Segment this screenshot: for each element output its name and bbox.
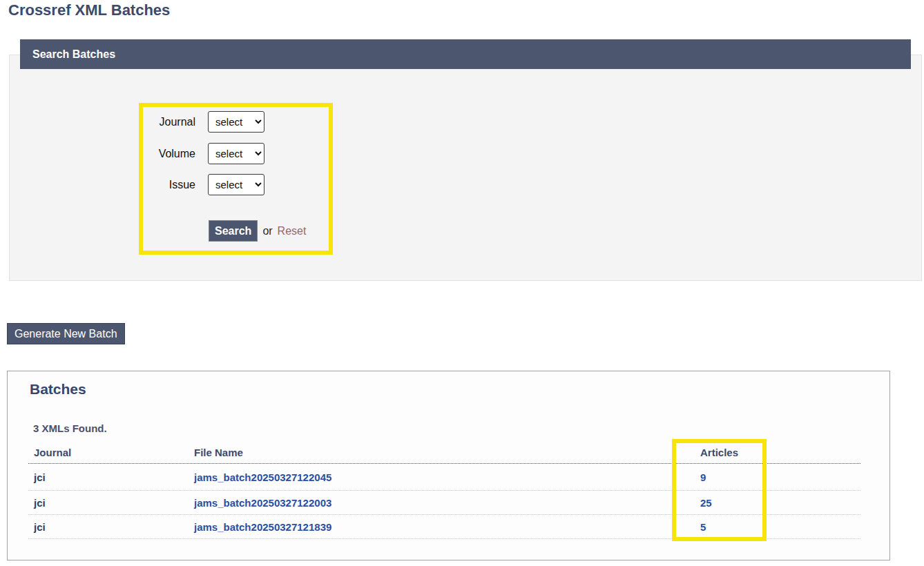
journal-cell: jci bbox=[34, 521, 46, 533]
volume-select[interactable]: select bbox=[208, 143, 264, 164]
search-button[interactable]: Search bbox=[209, 220, 258, 242]
search-batches-header-label: Search Batches bbox=[32, 48, 115, 60]
volume-field-row: Volume select bbox=[124, 143, 264, 164]
or-text: or bbox=[262, 225, 272, 237]
column-header-articles: Articles bbox=[700, 447, 738, 458]
batch-file-link[interactable]: jams_batch20250327122045 bbox=[194, 471, 331, 483]
xml-count-text: 3 XMLs Found. bbox=[33, 422, 107, 434]
articles-count-cell: 5 bbox=[700, 521, 706, 533]
issue-field-row: Issue select bbox=[124, 174, 264, 195]
journal-cell: jci bbox=[34, 497, 46, 509]
table-row: jci jams_batch20250327122003 25 bbox=[28, 491, 860, 515]
issue-label: Issue bbox=[124, 179, 195, 191]
batch-file-link[interactable]: jams_batch20250327122003 bbox=[194, 497, 331, 509]
batch-file-link[interactable]: jams_batch20250327121839 bbox=[194, 521, 331, 533]
search-batches-header: Search Batches bbox=[20, 39, 911, 69]
table-header-row: Journal File Name Articles bbox=[28, 445, 860, 464]
journal-label: Journal bbox=[124, 116, 195, 128]
batches-table: Journal File Name Articles jci jams_batc… bbox=[28, 445, 860, 539]
table-row: jci jams_batch20250327122045 9 bbox=[28, 464, 860, 491]
batches-panel: Batches 3 XMLs Found. Journal File Name … bbox=[7, 371, 890, 560]
column-header-file-name: File Name bbox=[194, 447, 243, 458]
batches-title: Batches bbox=[30, 381, 86, 398]
column-header-journal: Journal bbox=[34, 447, 71, 458]
issue-select[interactable]: select bbox=[208, 174, 264, 195]
search-batches-panel bbox=[9, 55, 922, 281]
reset-link[interactable]: Reset bbox=[278, 225, 307, 237]
journal-select[interactable]: select bbox=[208, 111, 264, 133]
journal-cell: jci bbox=[34, 471, 46, 483]
articles-count-cell: 9 bbox=[700, 471, 706, 483]
table-row: jci jams_batch20250327121839 5 bbox=[28, 515, 860, 539]
page-title: Crossref XML Batches bbox=[8, 1, 170, 19]
journal-field-row: Journal select bbox=[124, 111, 264, 133]
articles-count-cell: 25 bbox=[700, 497, 712, 509]
generate-new-batch-button[interactable]: Generate New Batch bbox=[7, 323, 125, 344]
volume-label: Volume bbox=[124, 148, 195, 160]
search-buttons-row: Search or Reset bbox=[209, 220, 306, 242]
crossref-xml-batches-page: Crossref XML Batches Search Batches Jour… bbox=[0, 0, 924, 566]
